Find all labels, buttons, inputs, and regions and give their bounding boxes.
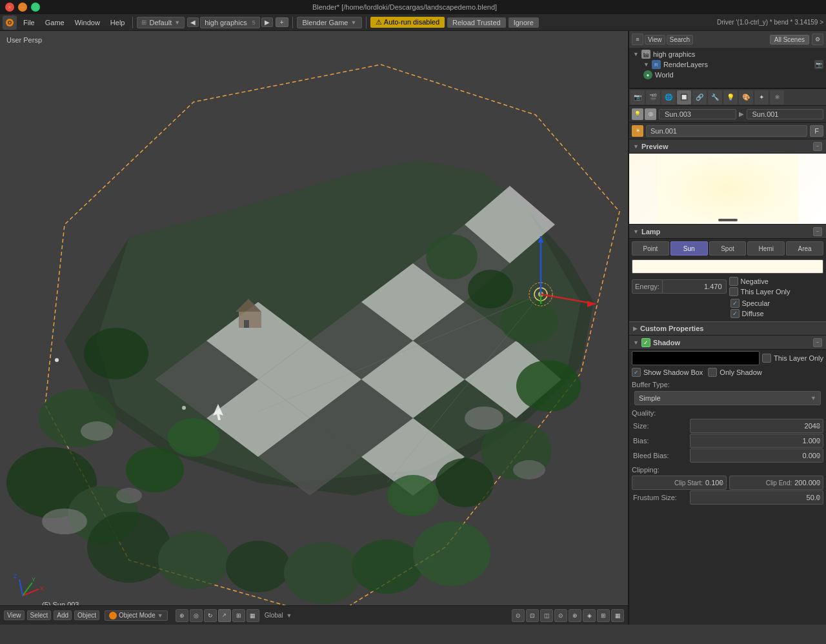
close-button[interactable]: ×	[5, 3, 14, 12]
bias-field[interactable]: 1.000 ▶	[690, 434, 823, 448]
sun003-selector[interactable]: Sun.003	[659, 109, 736, 119]
object-menu-btn[interactable]: Object	[74, 610, 99, 620]
preview-minimize[interactable]: −	[813, 142, 822, 151]
help-menu[interactable]: Help	[106, 17, 129, 28]
modifiers-icon[interactable]: 🔧	[708, 90, 722, 105]
preview-title: Preview	[641, 143, 669, 150]
size-row: Size: 2048 ▶	[632, 419, 823, 433]
outliner-icon[interactable]: ≡	[632, 34, 643, 45]
overlay-icon-8[interactable]: ▦	[611, 609, 624, 622]
buffer-type-dropdown[interactable]: Simple ▼	[634, 391, 821, 405]
specular-checkbox[interactable]: ✓	[730, 299, 740, 308]
game-menu[interactable]: Game	[41, 17, 68, 28]
this-layer-checkbox[interactable]	[729, 287, 738, 296]
area-btn[interactable]: Area	[786, 241, 823, 256]
render-prop-icon[interactable]: 📷	[630, 90, 645, 105]
overlay-icon-7[interactable]: ⊞	[597, 609, 610, 622]
all-scenes-selector[interactable]: All Scenes	[770, 35, 809, 45]
screen-selector[interactable]: high graphics 5	[200, 17, 259, 28]
scene-item[interactable]: ▼ 🎬 high graphics	[629, 49, 826, 59]
overlay-icon-5[interactable]: ⊕	[569, 609, 581, 622]
tool-icon-3[interactable]: ↻	[204, 609, 217, 622]
size-field[interactable]: 2048 ▶	[690, 419, 823, 433]
frustum-size-field[interactable]: 50.0 ▶	[690, 490, 823, 505]
screen-next[interactable]: ▶	[261, 17, 273, 27]
overlay-icon-6[interactable]: ◈	[583, 609, 596, 622]
shadow-enable-checkbox[interactable]	[641, 338, 650, 347]
add-screen[interactable]: +	[276, 17, 288, 27]
shadow-minimize[interactable]: −	[813, 338, 822, 347]
overlay-icon-4[interactable]: ⊙	[554, 609, 567, 622]
lamp-color-swatch[interactable]	[632, 259, 823, 274]
shadow-layer-checkbox[interactable]	[762, 354, 771, 363]
diffuse-row: ✓ Diffuse	[730, 308, 824, 319]
point-btn[interactable]: Point	[632, 241, 669, 256]
preview-section-header[interactable]: ▼ Preview −	[629, 139, 826, 154]
clip-end-field[interactable]: Clip End: 200.000 ▶	[729, 476, 824, 490]
object-prop-icon[interactable]: 🔲	[677, 90, 691, 105]
viewport-3d[interactable]: User Persp	[0, 31, 629, 625]
window-menu[interactable]: Window	[71, 17, 104, 28]
material-icon[interactable]: 🎨	[739, 90, 753, 105]
search-button[interactable]: Search	[667, 35, 694, 45]
bleed-bias-field[interactable]: 0.000 ▶	[690, 448, 823, 463]
energy-value[interactable]: 1.470	[663, 279, 727, 294]
constraints-icon[interactable]: 🔗	[692, 90, 707, 105]
fake-user-button[interactable]: F	[810, 125, 823, 137]
renderlayers-item[interactable]: ▼ R RenderLayers 📷	[629, 59, 826, 70]
ignore-button[interactable]: Ignore	[509, 17, 539, 28]
scene-prop-icon[interactable]: 🎬	[646, 90, 660, 105]
data-icon[interactable]: 💡	[723, 90, 738, 105]
layout-selector[interactable]: ⊞ Default ▼	[137, 17, 185, 28]
reload-trusted-button[interactable]: Reload Trusted	[447, 17, 506, 28]
view-button[interactable]: View	[645, 35, 665, 45]
shadow-collapse-arrow: ▼	[633, 339, 639, 346]
name-input[interactable]	[646, 125, 807, 137]
preview-resize-handle[interactable]	[718, 219, 738, 221]
only-shadow-checkbox[interactable]	[708, 368, 717, 377]
shadow-section-header[interactable]: ▼ Shadow −	[629, 336, 826, 350]
overlay-icon-1[interactable]: ⊙	[512, 609, 525, 622]
lamp-section-header[interactable]: ▼ Lamp −	[629, 225, 826, 239]
tool-icon-1[interactable]: ⊕	[176, 609, 188, 622]
hemi-btn[interactable]: Hemi	[747, 241, 785, 256]
svg-point-34	[87, 512, 171, 583]
sun-btn[interactable]: Sun	[670, 241, 708, 256]
mode-selector[interactable]: Object Mode ▼	[105, 610, 168, 621]
engine-selector[interactable]: Blender Game ▼	[297, 17, 363, 28]
world-item[interactable]: ● World	[629, 70, 826, 80]
shadow-color-swatch[interactable]	[632, 351, 760, 365]
physics-icon[interactable]: ⚛	[770, 90, 784, 105]
energy-and-checks: Energy: 1.470 Negative This Layer Only	[629, 275, 826, 298]
world-prop-icon[interactable]: 🌐	[661, 90, 676, 105]
blender-icon[interactable]	[3, 15, 17, 30]
tool-icon-6[interactable]: ▦	[247, 609, 259, 622]
file-menu[interactable]: File	[19, 17, 39, 28]
show-shadow-checkbox[interactable]: ✓	[632, 368, 641, 377]
maximize-button[interactable]: □	[31, 3, 40, 12]
sun001-selector[interactable]: Sun.001	[747, 109, 824, 119]
outliner-settings[interactable]: ⚙	[812, 34, 823, 45]
clip-start-field[interactable]: Clip Start: 0.100 ▶	[632, 476, 727, 490]
outliner-header: ≡ View Search All Scenes ⚙	[629, 31, 826, 48]
screen-prev[interactable]: ◀	[187, 17, 199, 27]
svg-point-21	[84, 328, 148, 379]
tool-icon-2[interactable]: ◎	[190, 609, 203, 622]
bleed-bias-row: Bleed Bias: 0.000 ▶	[632, 448, 823, 463]
negative-checkbox[interactable]	[729, 277, 738, 286]
view-menu-btn[interactable]: View	[4, 610, 25, 620]
tool-icon-5[interactable]: ⊞	[232, 609, 245, 622]
overlay-icon-3[interactable]: ◫	[540, 609, 553, 622]
tool-icon-4[interactable]: ↗	[218, 609, 231, 622]
overlay-icon-2[interactable]: ⊡	[526, 609, 539, 622]
custom-props-header[interactable]: ▶ Custom Properties	[629, 321, 826, 336]
spot-btn[interactable]: Spot	[709, 241, 747, 256]
add-menu-btn[interactable]: Add	[54, 610, 72, 620]
minimize-button[interactable]: −	[18, 3, 27, 12]
lamp-type-row: Point Sun Spot Hemi Area	[629, 239, 826, 258]
diffuse-checkbox[interactable]: ✓	[730, 309, 740, 318]
select-menu-btn[interactable]: Select	[27, 610, 52, 620]
particles-icon[interactable]: ✦	[754, 90, 769, 105]
svg-point-42	[465, 407, 503, 430]
lamp-minimize[interactable]: −	[813, 227, 822, 236]
